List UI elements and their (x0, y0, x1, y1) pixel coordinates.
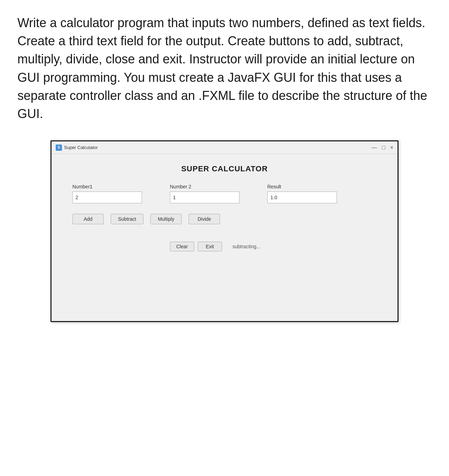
window-icon: S (56, 145, 62, 151)
result-label: Result (267, 184, 337, 189)
number1-group: Number1 (72, 184, 142, 203)
window-title: Super Calculator (64, 145, 98, 150)
minimize-button[interactable]: — (371, 145, 377, 150)
number2-label: Number 2 (170, 184, 239, 189)
window-body: SUPER CALCULATOR Number1 Number 2 Result… (52, 154, 397, 321)
clear-button[interactable]: Clear (170, 242, 194, 251)
utility-buttons-row: Clear Exit subtracting... (170, 242, 384, 251)
titlebar-left: S Super Calculator (56, 145, 98, 151)
fields-row: Number1 Number 2 Result (65, 184, 384, 203)
operation-buttons-row: Add Subtract Multiply Divide (72, 214, 384, 224)
exit-button[interactable]: Exit (198, 242, 222, 251)
calculator-title: SUPER CALCULATOR (65, 164, 384, 173)
result-input[interactable] (267, 192, 337, 203)
calculator-window: S Super Calculator — □ × SUPER CALCULATO… (50, 140, 399, 322)
description-text: Write a calculator program that inputs t… (17, 14, 428, 123)
add-button[interactable]: Add (72, 214, 104, 224)
result-group: Result (267, 184, 337, 203)
subtract-button[interactable]: Subtract (111, 214, 143, 224)
close-button[interactable]: × (390, 145, 393, 150)
multiply-button[interactable]: Multiply (150, 214, 182, 224)
number2-group: Number 2 (170, 184, 239, 203)
number1-label: Number1 (72, 184, 142, 189)
status-text: subtracting... (233, 244, 260, 249)
maximize-button[interactable]: □ (382, 145, 385, 150)
number2-input[interactable] (170, 192, 239, 203)
titlebar-controls: — □ × (371, 145, 393, 150)
titlebar: S Super Calculator — □ × (52, 141, 397, 154)
divide-button[interactable]: Divide (189, 214, 220, 224)
number1-input[interactable] (72, 192, 142, 203)
